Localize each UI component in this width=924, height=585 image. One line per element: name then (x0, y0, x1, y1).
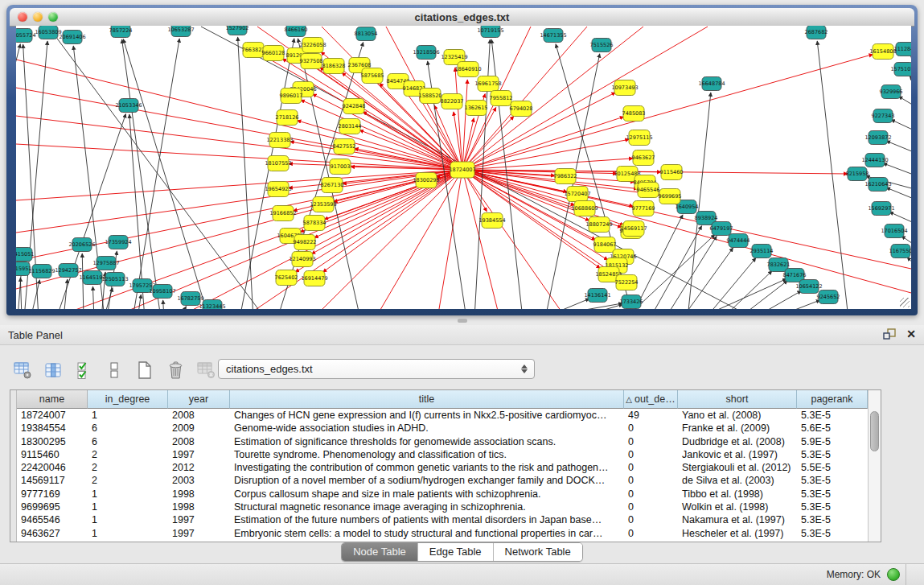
graph-edge[interactable] (20, 278, 22, 309)
graph-edge[interactable] (378, 170, 462, 309)
table-cell[interactable]: 1 (88, 527, 168, 540)
graph-edge[interactable] (665, 236, 717, 309)
column-header-short[interactable]: short (678, 390, 797, 409)
network-window-titlebar[interactable]: citations_edges.txt (10, 8, 914, 27)
table-row[interactable]: 977716911998Corpus callosum shape and si… (17, 488, 869, 501)
graph-edge[interactable] (462, 27, 587, 170)
create-column-button[interactable] (133, 359, 156, 381)
table-cell[interactable]: 9465546 (17, 513, 88, 526)
table-row[interactable]: 2242004622012Investigating the contribut… (17, 461, 869, 474)
column-header-title[interactable]: title (230, 390, 624, 409)
show-columns-button[interactable] (42, 359, 64, 381)
table-cell[interactable]: 5.9E-5 (797, 435, 868, 448)
table-cell[interactable]: 2 (88, 448, 168, 461)
table-cell[interactable]: 5.5E-5 (797, 461, 868, 474)
scrollbar-thumb[interactable] (870, 411, 879, 451)
panel-divider[interactable] (0, 315, 924, 325)
table-cell[interactable]: Corpus callosum shape and size in male p… (230, 488, 624, 501)
graph-edge[interactable] (575, 304, 622, 309)
graph-edge[interactable] (462, 170, 911, 269)
table-cell[interactable]: de Silva et al. (2003) (678, 474, 797, 487)
graph-edge[interactable] (886, 141, 911, 154)
graph-edge[interactable] (240, 39, 294, 309)
column-header-name[interactable]: name (17, 390, 88, 409)
table-cell[interactable]: 6 (88, 435, 168, 448)
graph-edge[interactable] (298, 39, 360, 309)
table-cell[interactable]: Structural magnetic resonance image aver… (230, 501, 624, 513)
table-cell[interactable]: 5.3E-5 (797, 409, 868, 422)
table-cell[interactable]: Nakamura et al. (1997) (678, 513, 797, 526)
column-header-out_de[interactable]: △out_de… (624, 390, 678, 409)
column-header-year[interactable]: year (168, 390, 230, 409)
graph-edge[interactable] (910, 76, 911, 85)
table-cell[interactable]: 1998 (168, 501, 230, 513)
table-cell[interactable]: Estimation of the future numbers of pati… (230, 513, 624, 526)
table-cell[interactable]: 0 (624, 474, 678, 487)
table-cell[interactable]: 6 (88, 422, 168, 435)
close-panel-icon[interactable]: ✕ (906, 328, 916, 340)
divider-grip-icon[interactable] (458, 319, 467, 323)
table-cell[interactable]: 18724007 (17, 409, 88, 422)
table-row[interactable]: 1456911722003Disruption of a novel membe… (17, 474, 869, 487)
graph-edge[interactable] (238, 37, 253, 309)
table-cell[interactable]: 49 (624, 409, 678, 422)
graph-edge[interactable] (179, 307, 187, 309)
table-row[interactable]: 911546021997Tourette syndrome. Phenomeno… (17, 448, 869, 461)
table-cell[interactable]: 9699695 (17, 501, 88, 513)
table-cell[interactable]: 0 (624, 435, 678, 448)
graph-edge[interactable] (738, 281, 787, 309)
table-cell[interactable]: 18300295 (17, 435, 88, 448)
table-cell[interactable]: 19384554 (17, 422, 88, 435)
graph-edge[interactable] (16, 170, 462, 289)
select-all-button[interactable] (72, 359, 95, 381)
table-cell[interactable]: Disruption of a novel member of a sodium… (230, 474, 624, 487)
table-options-button[interactable] (11, 359, 34, 381)
graph-edge[interactable] (772, 300, 820, 309)
table-cell[interactable]: 1997 (168, 513, 230, 526)
table-cell[interactable]: Tibbo et al. (1998) (678, 488, 797, 501)
table-cell[interactable]: 0 (624, 513, 678, 526)
table-cell[interactable]: 1997 (168, 527, 230, 540)
table-cell[interactable]: 2012 (168, 461, 230, 474)
table-cell[interactable]: 2008 (168, 409, 230, 422)
delete-column-button[interactable] (164, 359, 187, 381)
table-cell[interactable]: 5.3E-5 (797, 501, 868, 513)
vertical-scrollbar[interactable] (868, 390, 881, 542)
graph-edge[interactable] (753, 290, 801, 309)
table-cell[interactable]: 5.3E-5 (797, 527, 868, 540)
table-cell[interactable]: 1 (88, 488, 168, 501)
table-cell[interactable]: Yano et al. (2008) (678, 409, 797, 422)
table-cell[interactable]: 0 (624, 501, 678, 513)
table-cell[interactable]: 0 (624, 448, 678, 461)
graph-edge[interactable] (889, 212, 911, 225)
table-cell[interactable]: 9115460 (17, 448, 88, 461)
table-cell[interactable]: 0 (624, 461, 678, 474)
table-cell[interactable]: 0 (624, 527, 678, 540)
tab-network-table[interactable]: Network Table (494, 543, 582, 561)
table-cell[interactable]: 5.3E-5 (797, 488, 868, 501)
table-cell[interactable]: Tourette syndrome. Phenomenology and cla… (230, 448, 624, 461)
table-cell[interactable]: Hescheler et al. (1997) (678, 527, 797, 540)
graph-edge[interactable] (455, 68, 462, 170)
table-cell[interactable]: 5.3E-5 (797, 474, 868, 487)
graph-edge[interactable] (886, 187, 911, 200)
table-cell[interactable]: 2 (88, 461, 168, 474)
table-cell[interactable]: 1 (88, 409, 168, 422)
graph-edge[interactable] (322, 170, 462, 272)
graph-edge[interactable] (462, 159, 633, 170)
table-cell[interactable]: 0 (624, 422, 678, 435)
network-canvas[interactable]: 2405572416053809206914067857224106532871… (16, 26, 911, 309)
table-cell[interactable]: Stergiakouli et al. (2012) (678, 461, 797, 474)
table-cell[interactable]: Franke et al. (2009) (678, 422, 797, 435)
table-cell[interactable]: 1997 (168, 448, 230, 461)
clear-selection-button[interactable] (103, 359, 125, 381)
table-cell[interactable]: 2 (88, 474, 168, 487)
graph-edge[interactable] (363, 112, 462, 170)
graph-edge[interactable] (163, 300, 164, 309)
graph-edge[interactable] (133, 39, 179, 309)
table-cell[interactable]: 9777169 (17, 488, 88, 501)
table-cell[interactable]: 1 (88, 501, 168, 513)
table-cell[interactable]: 1998 (168, 488, 230, 501)
graph-edge[interactable] (705, 257, 756, 309)
graph-edge[interactable] (898, 97, 911, 108)
